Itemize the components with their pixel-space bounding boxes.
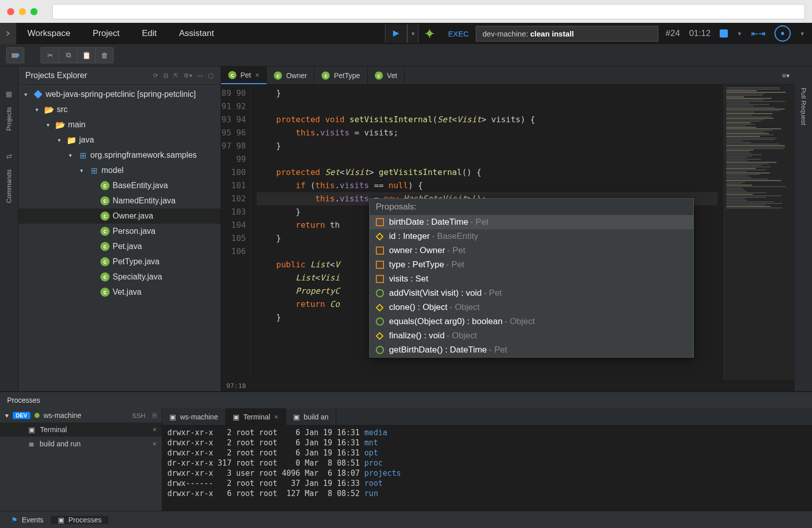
tree-row[interactable]: cPet.java [18,239,221,254]
run-button[interactable] [385,24,407,43]
editor-tab[interactable]: cVet [368,66,405,84]
commands-tab[interactable]: Commands [5,163,13,209]
stop-icon[interactable] [720,29,728,38]
package-icon: ⊞ [89,166,98,175]
autocomplete-item[interactable]: clone() : Object - Object [370,300,693,314]
tree-row[interactable]: ▾📁java [18,132,221,148]
java-class-icon: c [100,272,110,281]
tree-row[interactable]: ▾📂main [18,117,221,132]
tree-row[interactable]: cNamedEntity.java [18,193,221,208]
tree-row[interactable]: ▾web-java-spring-petclinic [spring-petcl… [18,87,221,102]
projects-explorer: Projects Explorer ⟳ ⊟ ⇱ ⚙▾ ▭ ▢ ▾web-java… [18,66,221,391]
tree-row[interactable]: ▾⊞org.springframework.samples [18,148,221,163]
tree-row[interactable]: ▾📂src [18,102,221,117]
autocomplete-item[interactable]: birthDate : DateTime - Pet [370,215,693,229]
autocomplete-item[interactable]: id : Integer - BaseEntity [370,229,693,243]
tree-row[interactable]: cVet.java [18,285,221,300]
exec-dropdown-icon[interactable]: ▼ [737,31,742,37]
processes-tab[interactable]: ▣ Processes [51,516,109,524]
exec-time: 01:12 [689,28,711,39]
autocomplete-popup: Proposals: birthDate : DateTime - Petid … [369,198,694,358]
debug-button[interactable] [418,24,441,43]
java-class-icon: c [100,288,110,297]
cursor-position: 97:18 [226,382,246,390]
expand-icon[interactable]: ▢ [208,72,214,79]
menu-workspace[interactable]: Workspace [16,28,82,39]
tree-row[interactable]: cBaseEntity.java [18,178,221,193]
menu-bar: Workspace Project Edit Assistant ▼ EXEC … [0,23,812,44]
java-class-icon: c [274,72,282,80]
autocomplete-item[interactable]: equals(Object arg0) : boolean - Object [370,314,693,329]
autocomplete-item[interactable]: visits : Set [370,272,693,286]
events-tab[interactable]: ⚑ Events [4,516,51,524]
tree-row[interactable]: cSpecialty.java [18,269,221,285]
minimap[interactable] [724,85,795,380]
collapse-icon[interactable]: ⊟ [163,72,168,79]
paste-button[interactable]: 📋 [77,47,95,63]
terminal-tab[interactable]: ▣ws-machine [162,408,226,425]
tree-row[interactable]: cOwner.java [18,208,221,224]
tree-row[interactable]: cPerson.java [18,224,221,239]
autocomplete-item[interactable]: getBirthDate() : DateTime - Pet [370,343,693,357]
window-maximize-icon[interactable] [30,8,38,15]
close-icon[interactable]: × [274,413,278,421]
java-class-icon: c [100,242,110,251]
editor-tab[interactable]: cPet× [221,66,267,84]
menu-assistant[interactable]: Assistant [168,28,225,39]
processes-header: Processes [0,392,812,408]
process-machine[interactable]: ▾ DEV ws-machine SSH ⎘ [0,408,162,423]
menu-collapse-icon[interactable] [0,23,16,44]
menu-edit[interactable]: Edit [131,28,168,39]
exec-target: dev-machine: [482,29,528,38]
exec-command-input[interactable]: dev-machine: clean install [476,26,658,42]
autocomplete-item[interactable]: finalize() : void - Object [370,329,693,343]
autocomplete-item[interactable]: owner : Owner - Pet [370,243,693,258]
editor-tab[interactable]: cPetType [314,66,367,84]
close-icon[interactable]: × [153,440,157,448]
commands-tab-icon[interactable]: ⇄ [0,152,18,160]
copy-button[interactable]: ⧉ [59,47,77,63]
delete-button[interactable]: 🗑 [95,47,114,63]
address-bar[interactable] [52,4,805,19]
process-item-build[interactable]: ≣ build and run × [0,437,162,451]
exec-run-number: #24 [665,28,680,39]
link-icon[interactable]: ⇱ [173,72,179,79]
run-dropdown[interactable]: ▼ [407,24,418,43]
autocomplete-item[interactable]: type : PetType - Pet [370,258,693,272]
autocomplete-item[interactable]: addVisit(Visit visit) : void - Pet [370,286,693,300]
tree-row[interactable]: cPetType.java [18,254,221,269]
window-close-icon[interactable] [7,8,14,15]
menu-project[interactable]: Project [82,28,131,39]
cut-button[interactable]: ✂ [41,47,59,63]
proposal-icon [376,218,384,226]
terminal-output[interactable]: drwxr-xr-x 2 root root 6 Jan 19 16:31 me… [162,426,812,511]
projects-tab-icon[interactable]: ▦ [0,90,18,98]
target-icon[interactable] [774,25,791,42]
new-file-button[interactable] [6,47,24,63]
window-minimize-icon[interactable] [19,8,26,15]
terminal-tab[interactable]: ▣build an [286,408,336,425]
ssh-label[interactable]: SSH [132,412,146,419]
minimize-icon[interactable]: ▭ [197,72,203,79]
terminal-tab[interactable]: ▣Terminal× [226,408,286,425]
editor-tab[interactable]: cOwner [267,66,314,84]
split-icon[interactable]: ⇤⇥ [751,28,765,39]
close-icon[interactable]: × [255,71,259,79]
process-item-terminal[interactable]: ▣ Terminal × [0,423,162,437]
java-class-icon: c [322,72,330,80]
line-numbers: 89 90 91 92 93 94 95 96 97 98 99 100 101… [221,85,251,380]
proposal-icon [376,346,384,354]
target-dropdown-icon[interactable]: ▼ [800,31,805,37]
refresh-icon[interactable]: ⟳ [153,72,158,79]
proposal-icon [376,318,384,326]
editor-menu-icon[interactable]: ≡▾ [782,72,790,80]
tree-row[interactable]: ▾⊞model [18,163,221,178]
pull-request-tab[interactable]: Pull Request [800,82,807,131]
svg-rect-8 [34,90,42,98]
folder-icon: 📁 [67,135,76,145]
close-icon[interactable]: × [153,426,157,434]
ssh-icon[interactable]: ⎘ [153,411,157,419]
gear-icon[interactable]: ⚙▾ [184,72,192,79]
events-icon: ⚑ [11,516,18,524]
projects-tab[interactable]: Projects [5,101,13,137]
